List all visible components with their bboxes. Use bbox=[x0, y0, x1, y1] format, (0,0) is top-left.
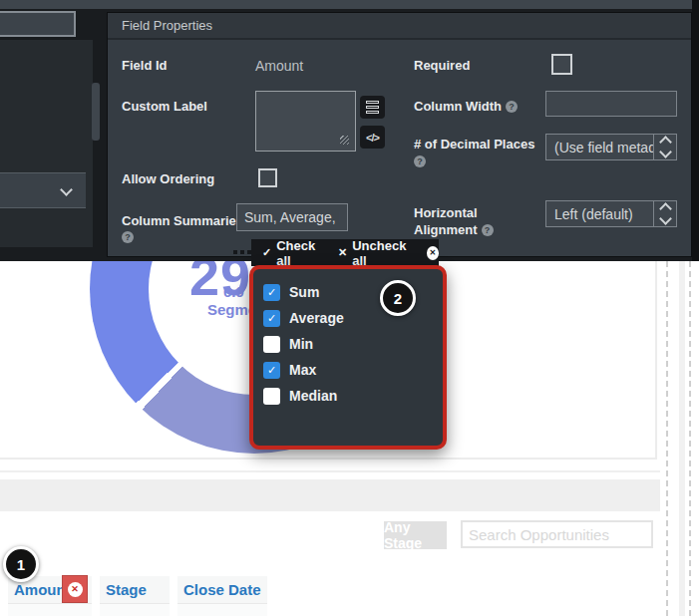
option-row-average[interactable]: ✓ Average bbox=[263, 305, 443, 331]
table-column-close-date: Close Date bbox=[177, 576, 267, 616]
chevron-down-icon bbox=[659, 212, 672, 225]
decimal-places-label: # of Decimal Places bbox=[414, 137, 534, 152]
required-label: Required bbox=[414, 58, 470, 73]
allow-ordering-checkbox[interactable] bbox=[258, 168, 277, 187]
annotation-step-2: 2 bbox=[380, 280, 416, 316]
search-input[interactable] bbox=[461, 520, 653, 548]
code-icon: </> bbox=[366, 132, 379, 144]
background-select[interactable] bbox=[0, 172, 86, 208]
card-bottom-border bbox=[0, 458, 657, 460]
dialog-header: Field Properties bbox=[108, 13, 691, 40]
checkbox-checked[interactable]: ✓ bbox=[263, 310, 280, 327]
column-width-label: Column Width? bbox=[414, 99, 518, 114]
field-properties-dialog: Field Properties Field Id Amount Require… bbox=[107, 12, 692, 257]
horizontal-alignment-label: Horizontal bbox=[414, 205, 478, 220]
required-checkbox[interactable] bbox=[551, 54, 572, 75]
column-summaries-input[interactable] bbox=[236, 203, 348, 231]
chevron-down-icon bbox=[659, 146, 672, 158]
rows-icon bbox=[366, 101, 379, 104]
any-stage-button[interactable]: Any Stage bbox=[384, 521, 447, 549]
dialog-edge-shadow bbox=[692, 0, 699, 261]
column-width-input[interactable] bbox=[545, 91, 677, 117]
field-id-value: Amount bbox=[255, 58, 303, 74]
background-panel bbox=[0, 40, 93, 247]
decimal-places-value: (Use field metad bbox=[546, 140, 653, 155]
horizontal-alignment-value: Left (default) bbox=[546, 206, 653, 222]
remove-column-button[interactable]: ✕ bbox=[62, 575, 88, 603]
decimal-places-select[interactable]: (Use field metad bbox=[545, 134, 677, 160]
allow-ordering-label: Allow Ordering bbox=[122, 171, 214, 186]
section-band bbox=[0, 479, 660, 511]
column-summaries-label: Column Summaries bbox=[122, 213, 243, 228]
summaries-options-panel: ✓ Sum ✓ Average Min ✓ Max Median bbox=[249, 265, 447, 450]
summaries-dropdown-toolbar: ✓ Check all ✕ Uncheck all ✕ bbox=[251, 239, 439, 266]
section-divider bbox=[0, 470, 660, 472]
dialog-resize-dots[interactable] bbox=[233, 250, 251, 254]
check-icon: ✓ bbox=[262, 246, 271, 259]
close-date-column-link[interactable]: Close Date bbox=[183, 581, 261, 598]
help-icon: ? bbox=[122, 231, 134, 243]
help-icon: ? bbox=[414, 155, 426, 167]
help-icon: ? bbox=[482, 224, 494, 236]
help-icon: ? bbox=[506, 101, 518, 113]
table-column-stage: Stage bbox=[100, 576, 170, 616]
donut-secondary-value: 6.9 bbox=[223, 283, 244, 300]
dark-backdrop: Field Properties Field Id Amount Require… bbox=[0, 0, 699, 261]
screen: 29 6.9 Segme Any Stage Amount Stage Clos… bbox=[0, 0, 699, 616]
dialog-title: Field Properties bbox=[108, 18, 212, 33]
merge-rows-button[interactable] bbox=[360, 96, 385, 119]
layout-guide-dashed bbox=[666, 261, 668, 616]
scrollbar-thumb[interactable] bbox=[92, 83, 100, 141]
check-all-button[interactable]: Check all bbox=[276, 238, 327, 268]
select-stepper bbox=[653, 135, 676, 159]
annotation-step-1: 1 bbox=[3, 546, 39, 582]
checkbox-unchecked[interactable] bbox=[263, 388, 280, 405]
top-window-strip bbox=[0, 0, 699, 9]
uncheck-all-button[interactable]: Uncheck all bbox=[352, 238, 416, 268]
layout-guide-strip bbox=[679, 261, 685, 616]
layout-guide-dashed bbox=[689, 261, 691, 616]
select-stepper bbox=[653, 201, 676, 226]
custom-label-label: Custom Label bbox=[122, 99, 207, 114]
cross-icon: ✕ bbox=[338, 246, 347, 259]
rows-icon bbox=[366, 106, 379, 109]
close-icon[interactable]: ✕ bbox=[427, 246, 439, 260]
checkbox-checked[interactable]: ✓ bbox=[263, 284, 280, 301]
horizontal-alignment-label-2: Alignment? bbox=[414, 222, 494, 237]
rows-icon bbox=[366, 111, 379, 114]
resize-grip-icon[interactable] bbox=[340, 136, 349, 145]
stage-column-link[interactable]: Stage bbox=[106, 581, 147, 598]
horizontal-alignment-select[interactable]: Left (default) bbox=[545, 200, 677, 227]
option-row-median[interactable]: Median bbox=[263, 383, 443, 409]
option-row-min[interactable]: Min bbox=[263, 331, 443, 357]
option-row-sum[interactable]: ✓ Sum bbox=[263, 279, 443, 305]
option-row-max[interactable]: ✓ Max bbox=[263, 357, 443, 383]
checkbox-checked[interactable]: ✓ bbox=[263, 362, 280, 379]
chevron-down-icon bbox=[60, 183, 73, 196]
field-id-label: Field Id bbox=[122, 58, 168, 73]
remove-icon: ✕ bbox=[68, 582, 83, 597]
card-right-border bbox=[655, 261, 657, 460]
checkbox-unchecked[interactable] bbox=[263, 336, 280, 353]
background-input[interactable] bbox=[0, 11, 76, 37]
code-editor-button[interactable]: </> bbox=[360, 126, 385, 149]
